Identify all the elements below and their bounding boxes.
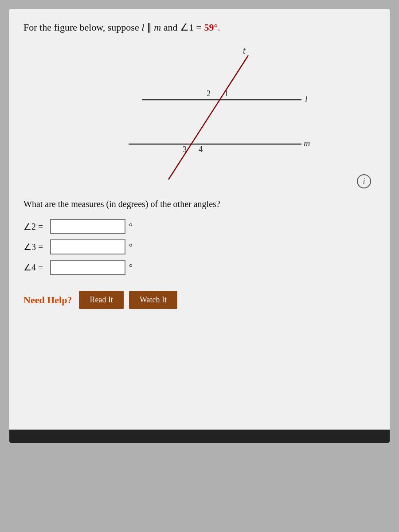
angle3-degree: ° xyxy=(129,242,133,252)
angle2-degree: ° xyxy=(129,222,133,232)
angle-inputs-container: ∠2 = ° ∠3 = ° ∠4 = ° xyxy=(23,219,376,275)
problem-text-before: For the figure below, suppose xyxy=(23,22,141,33)
question-text: What are the measures (in degrees) of th… xyxy=(23,199,376,209)
line-l-label: l xyxy=(305,94,308,104)
angle3-row: ∠3 = ° xyxy=(23,239,376,254)
svg-line-2 xyxy=(168,55,248,180)
help-row: Need Help? Read It Watch It xyxy=(23,291,376,309)
info-icon[interactable]: i xyxy=(357,174,371,188)
angle4-row: ∠4 = ° xyxy=(23,260,376,275)
problem-statement: For the figure below, suppose l ∥ m and … xyxy=(23,22,376,33)
angle1-value: 59° xyxy=(204,22,218,33)
angle2-row: ∠2 = ° xyxy=(23,219,376,234)
angle1-label: ∠1 xyxy=(180,22,194,33)
angle4-figure-label: 4 xyxy=(199,145,203,154)
angle2-input[interactable] xyxy=(50,219,125,234)
angle2-label: ∠2 = xyxy=(23,221,50,232)
watch-it-button[interactable]: Watch It xyxy=(129,291,177,309)
angle4-input[interactable] xyxy=(50,260,125,275)
bottom-bar xyxy=(9,430,390,443)
angle1-figure-label: 1 xyxy=(224,89,228,98)
line-m-label: m xyxy=(304,138,310,148)
angle4-label: ∠4 = xyxy=(23,262,50,273)
geometry-figure: l m t 1 2 3 4 xyxy=(84,42,315,193)
equals-sign: = xyxy=(194,22,204,33)
angle3-figure-label: 3 xyxy=(183,145,187,154)
angle4-degree: ° xyxy=(129,262,133,273)
read-it-button[interactable]: Read It xyxy=(79,291,123,309)
angle3-label: ∠3 = xyxy=(23,242,50,252)
need-help-label: Need Help? xyxy=(23,294,72,306)
angle2-figure-label: 2 xyxy=(207,89,211,98)
figure-area: l m t 1 2 3 4 i xyxy=(23,42,376,193)
transversal-label: t xyxy=(243,46,246,55)
problem-card: For the figure below, suppose l ∥ m and … xyxy=(9,9,390,443)
problem-text-middle: and xyxy=(161,22,180,33)
period: . xyxy=(218,22,220,33)
angle3-input[interactable] xyxy=(50,239,125,254)
condition: l ∥ m xyxy=(141,22,161,33)
